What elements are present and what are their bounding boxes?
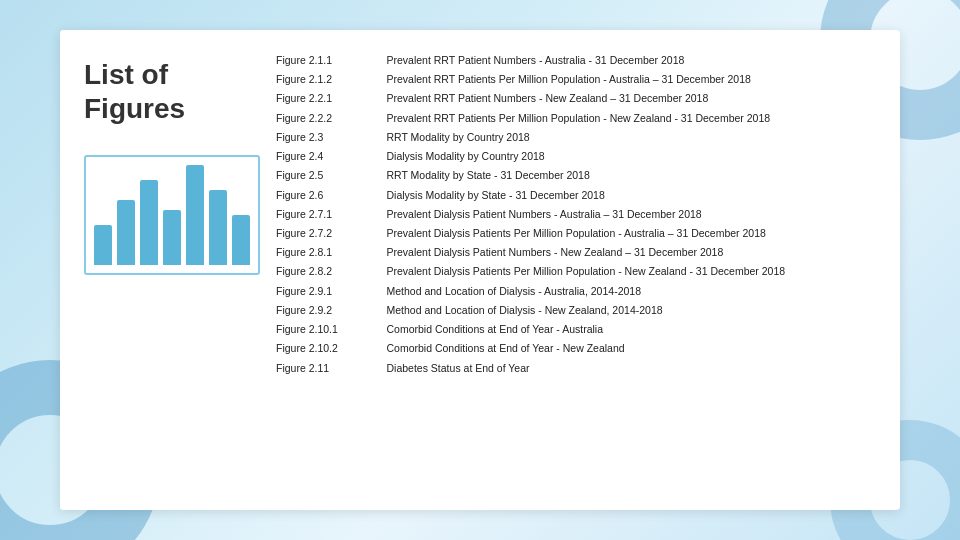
figure-description-7: Dialysis Modality by State - 31 December… — [387, 188, 877, 206]
figure-list: Figure 2.1.1Prevalent RRT Patient Number… — [276, 52, 876, 380]
figure-row-13: Figure 2.9.2Method and Location of Dialy… — [276, 303, 876, 321]
figure-row-5: Figure 2.4Dialysis Modality by Country 2… — [276, 149, 876, 167]
figure-number-7: Figure 2.6 — [276, 188, 387, 206]
figure-description-12: Method and Location of Dialysis - Austra… — [387, 284, 877, 302]
figure-number-2: Figure 2.2.1 — [276, 91, 387, 109]
figure-number-6: Figure 2.5 — [276, 168, 387, 186]
figure-number-1: Figure 2.1.2 — [276, 72, 387, 90]
figure-description-9: Prevalent Dialysis Patients Per Million … — [387, 226, 877, 244]
right-panel: Figure 2.1.1Prevalent RRT Patient Number… — [260, 30, 900, 510]
figure-number-5: Figure 2.4 — [276, 149, 387, 167]
figure-number-8: Figure 2.7.1 — [276, 207, 387, 225]
figure-description-13: Method and Location of Dialysis - New Ze… — [387, 303, 877, 321]
figure-row-10: Figure 2.8.1Prevalent Dialysis Patient N… — [276, 245, 876, 263]
chart-bar-4 — [186, 165, 204, 265]
chart-bar-0 — [94, 225, 112, 265]
figure-row-11: Figure 2.8.2Prevalent Dialysis Patients … — [276, 264, 876, 282]
chart-bar-2 — [140, 180, 158, 265]
figure-description-0: Prevalent RRT Patient Numbers - Australi… — [387, 53, 877, 71]
figure-row-0: Figure 2.1.1Prevalent RRT Patient Number… — [276, 53, 876, 71]
figure-row-14: Figure 2.10.1Comorbid Conditions at End … — [276, 322, 876, 340]
figure-row-2: Figure 2.2.1Prevalent RRT Patient Number… — [276, 91, 876, 109]
figure-row-6: Figure 2.5RRT Modality by State - 31 Dec… — [276, 168, 876, 186]
figure-number-0: Figure 2.1.1 — [276, 53, 387, 71]
figure-row-3: Figure 2.2.2Prevalent RRT Patients Per M… — [276, 111, 876, 129]
figure-row-15: Figure 2.10.2Comorbid Conditions at End … — [276, 341, 876, 359]
figure-number-11: Figure 2.8.2 — [276, 264, 387, 282]
figure-row-1: Figure 2.1.2Prevalent RRT Patients Per M… — [276, 72, 876, 90]
figure-number-9: Figure 2.7.2 — [276, 226, 387, 244]
figure-number-3: Figure 2.2.2 — [276, 111, 387, 129]
figure-number-13: Figure 2.9.2 — [276, 303, 387, 321]
figure-description-15: Comorbid Conditions at End of Year - New… — [387, 341, 877, 359]
figure-description-4: RRT Modality by Country 2018 — [387, 130, 877, 148]
chart-bar-5 — [209, 190, 227, 265]
figure-row-12: Figure 2.9.1Method and Location of Dialy… — [276, 284, 876, 302]
figure-description-6: RRT Modality by State - 31 December 2018 — [387, 168, 877, 186]
figure-row-9: Figure 2.7.2Prevalent Dialysis Patients … — [276, 226, 876, 244]
figure-description-3: Prevalent RRT Patients Per Million Popul… — [387, 111, 877, 129]
figure-number-15: Figure 2.10.2 — [276, 341, 387, 359]
figure-row-7: Figure 2.6Dialysis Modality by State - 3… — [276, 188, 876, 206]
chart-bar-1 — [117, 200, 135, 265]
figure-number-4: Figure 2.3 — [276, 130, 387, 148]
figure-description-16: Diabetes Status at End of Year — [387, 361, 877, 379]
figure-description-2: Prevalent RRT Patient Numbers - New Zeal… — [387, 91, 877, 109]
figure-number-16: Figure 2.11 — [276, 361, 387, 379]
bar-chart-illustration — [84, 155, 260, 275]
left-panel: List of Figures — [60, 30, 260, 510]
figure-number-14: Figure 2.10.1 — [276, 322, 387, 340]
figure-number-12: Figure 2.9.1 — [276, 284, 387, 302]
figure-row-4: Figure 2.3RRT Modality by Country 2018 — [276, 130, 876, 148]
figure-description-5: Dialysis Modality by Country 2018 — [387, 149, 877, 167]
figure-row-8: Figure 2.7.1Prevalent Dialysis Patient N… — [276, 207, 876, 225]
figure-row-16: Figure 2.11Diabetes Status at End of Yea… — [276, 361, 876, 379]
figure-description-8: Prevalent Dialysis Patient Numbers - Aus… — [387, 207, 877, 225]
figure-number-10: Figure 2.8.1 — [276, 245, 387, 263]
figure-description-14: Comorbid Conditions at End of Year - Aus… — [387, 322, 877, 340]
figure-description-1: Prevalent RRT Patients Per Million Popul… — [387, 72, 877, 90]
background: List of Figures Figure 2.1.1Prevalent RR… — [0, 0, 960, 540]
chart-bar-6 — [232, 215, 250, 265]
main-card: List of Figures Figure 2.1.1Prevalent RR… — [60, 30, 900, 510]
figure-description-11: Prevalent Dialysis Patients Per Million … — [387, 264, 877, 282]
page-title: List of Figures — [84, 58, 240, 125]
figure-description-10: Prevalent Dialysis Patient Numbers - New… — [387, 245, 877, 263]
chart-bar-3 — [163, 210, 181, 265]
